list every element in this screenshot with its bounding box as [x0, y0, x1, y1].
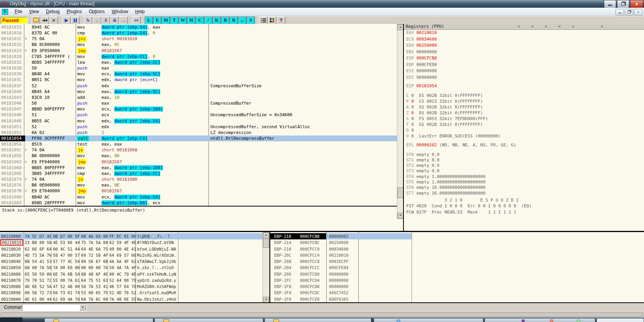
disasm-row[interactable]: 0018101C∨75 0Ajnzshort 00181028: [0, 36, 397, 42]
run-trace-panel-button[interactable]: ...: [238, 17, 246, 24]
menu-item-help[interactable]: Help: [132, 8, 148, 15]
stack-row[interactable]: EBP-1F8000CFCD800000000: [270, 283, 644, 290]
execute-till-return-button[interactable]: →: [119, 17, 128, 24]
register-row[interactable]: ESI 00000000: [406, 68, 643, 75]
fpu-register-row[interactable]: ST4 empty 1.0000000000000000000: [406, 174, 643, 180]
stack-row[interactable]: EBP-1F4000CFCDC446C7452: [270, 290, 644, 296]
taskbar-folder-window-1[interactable]: [44, 318, 153, 322]
command-input[interactable]: ▼: [22, 304, 87, 311]
fpu-register-row[interactable]: ST6 empty 16.000000000000000000: [406, 185, 643, 190]
minimize-button[interactable]: [604, 0, 616, 8]
options-button[interactable]: [259, 17, 268, 24]
disasm-row[interactable]: 0018101EB8 0C000000moveax, 0C: [0, 42, 397, 47]
memory-panel-button[interactable]: M: [162, 17, 170, 24]
open-file-button[interactable]: [32, 17, 40, 24]
disasm-row[interactable]: 0018107B∨E9 E7040000jmp00181567: [0, 188, 397, 194]
windows-panel-button[interactable]: W: [179, 17, 187, 24]
register-row[interactable]: ECX 00034600: [406, 36, 643, 43]
flag-row[interactable]: A 0 SS 002B 32bit 0(FFFFFFFF): [406, 104, 643, 110]
taskbar-folder-window-3[interactable]: [264, 318, 371, 322]
stack-row[interactable]: EBP-218000CFCB800000002: [270, 233, 644, 239]
fpu-register-row[interactable]: ST7 empty 16.000000000000000000: [406, 191, 643, 196]
dump-row[interactable]: 002100304D 73 5A 7658 47 00 5769 72 58 4…: [0, 252, 263, 258]
call-stack-panel-button[interactable]: K: [213, 17, 221, 24]
disasm-row[interactable]: 0018103C8B51 0Cmovedx, dword ptr [ecx+C]: [0, 77, 397, 83]
disasm-row[interactable]: 00181083898D 28FFFFFFmovdword ptr [ebp-D…: [0, 200, 397, 206]
mdi-close-button[interactable]: ×: [634, 9, 642, 15]
disasm-row[interactable]: 0018105EB8 0D000000moveax, 0D: [0, 153, 397, 159]
disasm-row[interactable]: 00181063∨E9 FF040000jmp00181567: [0, 159, 397, 165]
disasm-row[interactable]: 0018103850pusheax: [0, 65, 397, 71]
step-over-button[interactable]: ↓: [93, 17, 101, 24]
trace-into-button[interactable]: ⇓: [102, 17, 110, 24]
dump-row[interactable]: 0021001023 B8 00 584E 53 66 4475 7A 5A 0…: [0, 239, 263, 246]
disasm-row[interactable]: 0018105A85C0testeax, eax: [0, 141, 397, 147]
log-panel-button[interactable]: L: [145, 17, 153, 24]
appearance-button[interactable]: [268, 17, 276, 24]
step-into-button[interactable]: ↳: [84, 17, 92, 24]
disasm-row[interactable]: 00181074∨74 0Ajeshort 00181080: [0, 176, 397, 182]
breakpoints-panel-button[interactable]: B: [221, 17, 229, 24]
flag-row[interactable]: D 0: [406, 127, 643, 133]
stack-row[interactable]: EBP-210000CFCC000034600: [270, 246, 644, 252]
dump-row[interactable]: 002100804D 6E 52 5A47 52 48 0058 7A 53 4…: [0, 283, 263, 290]
flag-row[interactable]: O 0 LastErr ERROR_SUCCESS (00000000): [406, 133, 643, 139]
taskbar-app-window-light[interactable]: [597, 318, 644, 322]
disasm-row[interactable]: 0018105C∨74 0Ajeshort 00181068: [0, 147, 397, 153]
close-program-button[interactable]: ×: [49, 17, 58, 24]
scroll-thumb[interactable]: [397, 187, 403, 198]
menu-item-window[interactable]: Window: [108, 8, 132, 15]
patches-panel-button[interactable]: /: [204, 17, 212, 24]
register-row[interactable]: ESP 000CFCB8: [406, 55, 643, 62]
disasm-row[interactable]: 0018106E3B85 34FFFFFFcmpeax, dword ptr […: [0, 171, 397, 176]
title-bar[interactable]: OllyDbg - mpsvc.dll - [CPU - main thread…: [0, 0, 644, 8]
stack-row[interactable]: EBP-20C000CFCC400210010: [270, 252, 644, 258]
close-button[interactable]: ×: [630, 0, 643, 8]
taskbar-folder-window-2[interactable]: [154, 318, 263, 322]
goto-button[interactable]: ↦: [132, 17, 141, 24]
register-row[interactable]: EDI 00000000: [406, 75, 643, 81]
handles-panel-button[interactable]: H: [187, 17, 195, 24]
disasm-row[interactable]: 0018104E8B55 ACmovedx, dword ptr [ebp-54…: [0, 118, 397, 124]
registers-pane[interactable]: Registers (FPU) < < < < < < EAX 00210010…: [404, 24, 644, 231]
disasm-row[interactable]: 0018104D51pushecxUncompressedBufferSize …: [0, 112, 397, 118]
references-panel-button[interactable]: R: [230, 17, 238, 24]
flag-row[interactable]: P 0 CS 0023 32bit 0(FFFFFFFF): [406, 98, 643, 104]
stack-row[interactable]: EBP-1F0000CFCE06D6F6365: [270, 296, 644, 302]
mdi-restore-button[interactable]: [625, 9, 633, 15]
stack-row[interactable]: EBP-1FC000CFCD400000000: [270, 277, 644, 283]
menu-item-debug[interactable]: Debug: [42, 8, 63, 15]
fpu-register-row[interactable]: ST2 empty 0.0: [406, 163, 643, 168]
dump-scrollbar[interactable]: ▲ ▼: [263, 232, 269, 303]
trace-over-button[interactable]: ⇊: [110, 17, 119, 24]
pause-button[interactable]: [71, 17, 80, 24]
dump-row[interactable]: 002100406B 54 41 5357 77 4C 5400 56 67 6…: [0, 258, 263, 264]
scroll-down-arrow[interactable]: ▼: [397, 213, 403, 219]
menu-item-options[interactable]: Options: [85, 8, 108, 15]
fpu-register-row[interactable]: ST1 empty 0.0: [406, 158, 643, 163]
run-button[interactable]: ▶: [62, 17, 71, 24]
disasm-row[interactable]: 001810328D85 34FFFFFFleaeax, dword ptr […: [0, 59, 397, 65]
menu-item-view[interactable]: View: [25, 8, 42, 15]
scroll-up-arrow[interactable]: ▲: [397, 24, 403, 30]
register-row[interactable]: EAX 00210010: [406, 30, 643, 36]
taskbar-start-zone[interactable]: [0, 317, 22, 322]
cpu-panel-button[interactable]: C: [196, 17, 204, 24]
dump-row[interactable]: 002100A04E 61 00 4462 69 4A 7868 7A 6C 0…: [0, 296, 263, 302]
hex-dump-pane[interactable]: 0021000074 5C D7 459B D7 06 5F00 46 03 0…: [0, 232, 269, 302]
disasm-row[interactable]: 00181054FF95 3CFFFFFFcalldword ptr [ebp-…: [0, 136, 397, 141]
disasm-row[interactable]: 00181028C785 34FFFFFF (movdword ptr [ebp…: [0, 54, 397, 59]
disasm-row[interactable]: 001810808B4D ACmovecx, dword ptr [ebp-54…: [0, 194, 397, 200]
scroll-down-arrow[interactable]: ▼: [263, 297, 269, 303]
register-row-eip[interactable]: EIP 00181054: [406, 83, 643, 90]
mdi-child-icon[interactable]: C: [2, 9, 8, 15]
source-panel-button[interactable]: S: [247, 17, 255, 24]
register-row[interactable]: EBX 00000000: [406, 49, 643, 56]
disasm-row[interactable]: 001810398B4D A4movecx, dword ptr [ebp-5C…: [0, 71, 397, 77]
fpu-register-row[interactable]: ST3 empty 0.0: [406, 168, 643, 174]
stack-row[interactable]: EBP-200000CFCD000000000: [270, 271, 644, 277]
disasm-row[interactable]: 00181076B8 0E000000moveax, 0E: [0, 182, 397, 188]
disasm-row[interactable]: 001810526A 02push2LZ decompression: [0, 130, 397, 136]
dump-row[interactable]: 0021009000 58 72 7366 73 61 7453 00 65 7…: [0, 290, 263, 296]
disassembly-pane[interactable]: 001810158945 ACmovdword ptr [ebp-54], ea…: [0, 24, 403, 206]
